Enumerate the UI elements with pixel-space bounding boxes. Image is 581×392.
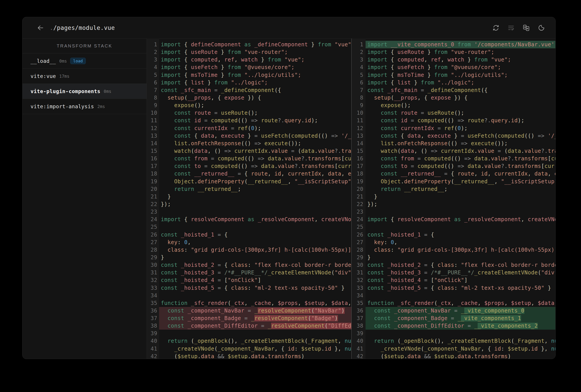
back-button[interactable]: [36, 23, 45, 33]
diff-editor: 1import { defineComponent as _defineComp…: [147, 38, 556, 359]
code-line: 37 const _component_Badge = _resolveComp…: [147, 314, 351, 322]
code-text: const _component_NavBar = __vite_compone…: [366, 307, 556, 314]
code-text: list.onFetchResponse(() => execute());: [159, 140, 351, 147]
code-line: 35function _sfc_render(_ctx, _cache, $pr…: [147, 299, 351, 307]
plugin-duration: 17ms: [59, 74, 70, 78]
line-number: 42: [147, 352, 159, 359]
plugin-name: vite:vue: [30, 73, 56, 79]
code-line: 30const _hoisted_2 = { class: "flex flex…: [352, 261, 556, 269]
code-text: import { list } from "../logic";: [159, 79, 351, 86]
line-number: 24: [352, 216, 366, 223]
wrap-lines-icon[interactable]: [507, 24, 515, 32]
line-number: 41: [147, 345, 159, 352]
line-number: 29: [147, 254, 159, 261]
line-number: 33: [352, 284, 366, 292]
code-line: 16 const from = computed(() => data.valu…: [352, 155, 556, 162]
title-path: /pages/module.vue: [53, 24, 115, 31]
code-text: return (_openBlock(), _createElementBloc…: [366, 337, 556, 345]
refresh-icon[interactable]: [492, 24, 500, 32]
code-line: 19 Object.defineProperty(__returned__, "…: [352, 178, 556, 185]
code-text: return __returned__;: [159, 185, 351, 193]
line-number: 8: [352, 94, 366, 102]
code-text: }: [366, 254, 556, 261]
line-number: 16: [147, 155, 159, 162]
code-line: 31const _hoisted_3 = /*#__PURE__*/_creat…: [352, 269, 556, 276]
code-text: [366, 292, 556, 299]
code-text: [366, 208, 556, 216]
plugin-duration: 0ms: [59, 58, 67, 64]
line-number: 12: [147, 124, 159, 132]
line-number: 18: [147, 170, 159, 178]
code-line: 22});: [352, 200, 556, 208]
code-text: const _component_DiffEditor = __vite_com…: [366, 322, 556, 330]
plugin-duration: 0ms: [104, 89, 111, 94]
code-text: const __returned__ = { route, id, curren…: [159, 170, 351, 178]
line-number: 31: [147, 269, 159, 276]
diff-panels-icon[interactable]: [522, 24, 530, 32]
line-number: 23: [147, 208, 159, 216]
line-number: 15: [147, 147, 159, 155]
line-number: 1: [147, 41, 159, 48]
line-number: 37: [352, 314, 366, 322]
line-number: 41: [352, 345, 366, 352]
transform-stack-item[interactable]: vite-plugin-components0ms: [22, 84, 146, 99]
code-line: 2import { useRoute } from "vue-router";: [147, 48, 351, 56]
transform-stack-item[interactable]: vite:import-analysis2ms: [22, 99, 146, 114]
line-number: 27: [352, 238, 366, 246]
code-line: 34: [352, 292, 556, 299]
code-text: [159, 330, 351, 337]
inspector-window: ./pages/module.vue: [22, 17, 556, 359]
code-text: const route = useRoute();: [366, 109, 556, 117]
arrow-left-icon: [36, 24, 44, 32]
code-text: import { computed, ref, watch } from "vu…: [366, 56, 556, 64]
code-text: }: [159, 254, 351, 261]
title-root-dot: .: [50, 24, 53, 31]
code-line: 5import { msToTime } from "../logic/util…: [352, 71, 556, 79]
transform-stack-item[interactable]: __load__0msload: [22, 54, 146, 68]
code-line: 32const _hoisted_4 = ["onClick"]: [352, 276, 556, 284]
plugin-name: __load__: [30, 58, 56, 64]
line-number: 23: [352, 208, 366, 216]
line-number: 17: [352, 162, 366, 170]
code-text: }: [159, 193, 351, 200]
code-text: expose();: [366, 102, 556, 109]
code-panel-before[interactable]: 1import { defineComponent as _defineComp…: [147, 38, 352, 359]
code-line: 42 ($setup.data && $setup.data.transform…: [352, 352, 556, 359]
line-number: 9: [352, 102, 366, 109]
code-line: 41 _createVNode(_component_NavBar, { id:…: [352, 345, 556, 352]
code-text: const _hoisted_5 = { class: "ml-2 text-x…: [366, 284, 556, 292]
code-text: import { useRoute } from "vue-router";: [366, 48, 556, 56]
line-number: 39: [147, 330, 159, 337]
line-number: 28: [147, 246, 159, 254]
code-line: 9 expose();: [352, 102, 556, 109]
code-panel-after[interactable]: 1import __vite_components_0 from '/compo…: [352, 38, 556, 359]
code-text: const { data, execute } = useFetch(compu…: [366, 132, 556, 140]
code-line: 11 const id = computed(() => route?.quer…: [147, 117, 351, 124]
line-number: 7: [147, 86, 159, 94]
code-line: 38 const _component_DiffEditor = _resolv…: [147, 322, 351, 330]
code-line: 8 setup(__props, { expose }) {: [352, 94, 556, 102]
code-line: 31const _hoisted_3 = /*#__PURE__*/_creat…: [147, 269, 351, 276]
topbar-actions: [492, 24, 556, 32]
line-number: 2: [352, 48, 366, 56]
code-line: 42 ($setup.data && $setup.data.transform…: [147, 352, 351, 359]
line-number: 34: [147, 292, 159, 299]
line-number: 35: [352, 299, 366, 307]
line-number: 17: [147, 162, 159, 170]
code-text: const __returned__ = { route, id, curren…: [366, 170, 556, 178]
code-text: const _hoisted_4 = ["onClick"]: [366, 276, 556, 284]
code-line: 19 Object.defineProperty(__returned__, "…: [147, 178, 351, 185]
code-text: const id = computed(() => route?.query.i…: [159, 117, 351, 124]
line-number: 26: [147, 231, 159, 238]
line-number: 12: [352, 124, 366, 132]
code-text: import { defineComponent as _defineCompo…: [159, 41, 351, 48]
code-line: 3import { computed, ref, watch } from "v…: [147, 56, 351, 64]
line-number: 5: [352, 71, 366, 79]
code-text: [159, 208, 351, 216]
transform-stack-item[interactable]: vite:vue17ms: [22, 68, 146, 84]
transform-stack-header: TRANSFORM STACK: [22, 38, 146, 54]
dark-mode-icon[interactable]: [538, 24, 545, 32]
code-line: 27 key: 0,: [352, 238, 556, 246]
line-number: 2: [147, 48, 159, 56]
line-number: 1: [352, 41, 366, 48]
